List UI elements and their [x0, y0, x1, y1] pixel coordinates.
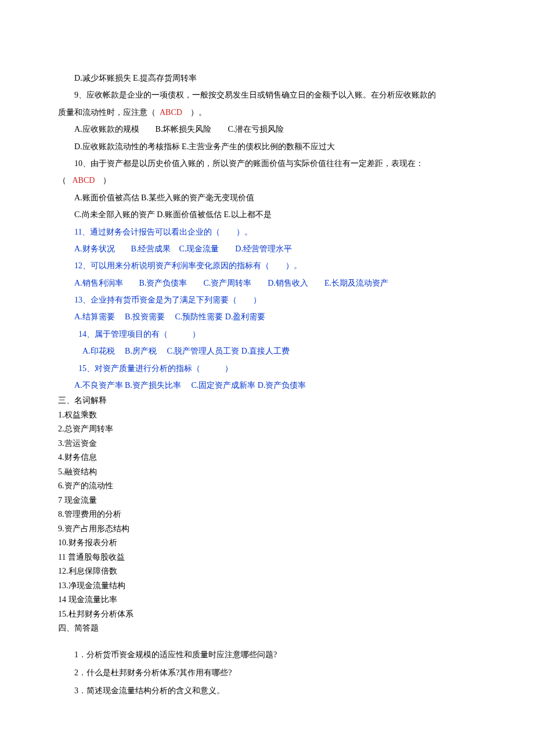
term-14: 14 现金流量比率: [58, 593, 476, 607]
q14-stem: 14、属于管理项目的有（ ）: [58, 326, 476, 343]
term-8: 8.管理费用的分析: [58, 507, 476, 522]
term-3: 3.营运资金: [58, 437, 476, 451]
term-11: 11 普通股每股收益: [58, 550, 476, 565]
term-6: 6.资产的流动性: [58, 479, 476, 494]
q15-options: A.不良资产率 B.资产损失比率 C.固定资产成新率 D.资产负债率: [58, 377, 476, 394]
q14-options: A.印花税 B.房产税 C.脱产管理人员工资 D.直接人工费: [58, 343, 476, 359]
q8-options-de: D.减少坏账损失 E.提高存货周转率: [58, 70, 476, 87]
q11-options: A.财务状况 B.经营成果 C.现金流量 D.经营管理水平: [58, 240, 476, 257]
q11-stem: 11、通过财务会计报告可以看出企业的（ ）。: [58, 224, 476, 240]
term-1: 1.权益乘数: [58, 408, 476, 423]
term-10: 10.财务报表分析: [58, 536, 476, 550]
term-7: 7 现金流量: [58, 494, 476, 508]
q14-stem-text: 14、属于管理项目的有（ ）: [78, 330, 200, 339]
section3-title: 三、名词解释: [58, 394, 476, 408]
q9-answer-text: ABCD: [160, 108, 182, 117]
q9-stem-line2: 质量和流动性时，应注意（ ABCD ）。: [58, 104, 476, 121]
q9-answer: ABCD: [156, 108, 190, 117]
q9-options-abc: A.应收账款的规模 B.坏帐损失风险 C.潜在亏损风险: [58, 121, 476, 138]
term-12: 12.利息保障倍数: [58, 564, 476, 579]
q10-answer: ABCD: [66, 176, 103, 185]
section4-q1: 1．分析货币资金规模的适应性和质量时应注意哪些问题?: [58, 646, 476, 664]
q12-options: A.销售利润率 B.资产负债率 C.资产周转率 D.销售收入 E.长期及流动资产: [58, 275, 476, 291]
q12-stem: 12、可以用来分析说明资产利润率变化原因的指标有（ ）。: [58, 257, 476, 274]
q10-options-ab: A.账面价值被高估 B.某些入账的资产毫无变现价值: [58, 189, 476, 206]
q9-stem-post: ）。: [190, 108, 207, 117]
section4-title: 四、简答题: [58, 621, 476, 636]
section4-q2: 2．什么是杜邦财务分析体系?其作用有哪些?: [58, 664, 476, 682]
q10-answer-line: （ ABCD ）: [58, 172, 476, 189]
q10-paren-open: （: [58, 176, 66, 185]
term-15: 15.杜邦财务分析体系: [58, 607, 476, 622]
q10-options-cde: C.尚未全部入账的资产 D.账面价值被低估 E.以上都不是: [58, 206, 476, 223]
q13-stem: 13、企业持有货币资金是为了满足下列需要（ ）: [58, 291, 476, 308]
q9-options-de: D.应收账款流动性的考核指标 E.主营业务产生的债权比例的数额不应过大: [58, 138, 476, 155]
q10-stem: 10、由于资产都是以历史价值入账的，所以资产的账面价值与实际价值往往有一定差距，…: [58, 155, 476, 172]
term-4: 4.财务信息: [58, 451, 476, 465]
q9-stem-line1: 9、应收帐款是企业的一项债权，一般按交易发生日或销售确立日的金额予以入账。在分析…: [58, 87, 476, 103]
term-13: 13.净现金流量结构: [58, 579, 476, 593]
term-9: 9.资产占用形态结构: [58, 522, 476, 537]
term-2: 2.总资产周转率: [58, 422, 476, 437]
q10-answer-text: ABCD: [73, 176, 95, 185]
q9-stem-pre: 质量和流动性时，应注意（: [58, 108, 156, 117]
q10-paren-close: ）: [103, 176, 111, 185]
section4-q3: 3．简述现金流量结构分析的含义和意义。: [58, 682, 476, 700]
q15-stem: 15、对资产质量进行分析的指标（ ）: [58, 360, 476, 377]
term-5: 5.融资结构: [58, 465, 476, 480]
q13-options: A.结算需要 B.投资需要 C.预防性需要 D.盈利需要: [58, 308, 476, 325]
q15-stem-text: 15、对资产质量进行分析的指标（ ）: [78, 364, 233, 373]
